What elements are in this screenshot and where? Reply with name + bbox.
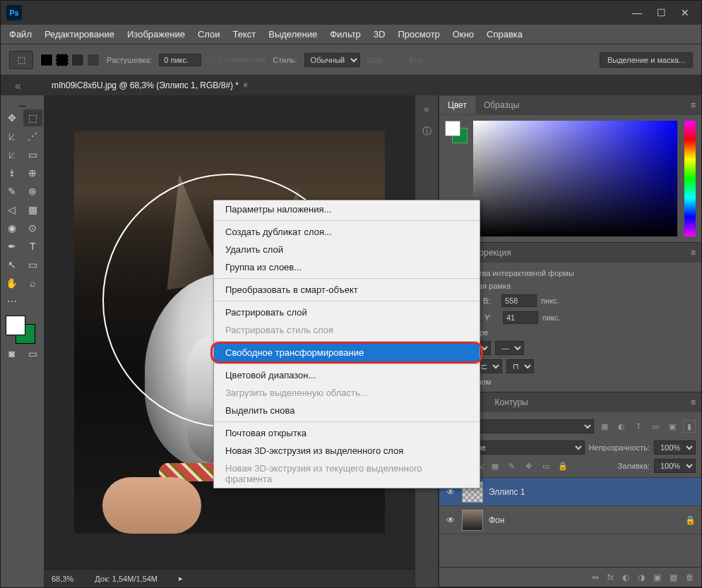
corners-select[interactable]: ⊓	[506, 359, 534, 373]
lock-artboard-icon[interactable]: ▭	[540, 460, 552, 472]
ctx-convert-smart-object[interactable]: Преобразовать в смарт-объект	[214, 281, 480, 299]
stamp-tool[interactable]: ⊛	[23, 183, 43, 200]
group-icon[interactable]: ▣	[653, 572, 661, 582]
info-icon[interactable]: ⓘ	[419, 124, 434, 139]
color-swatches[interactable]	[3, 316, 42, 344]
menu-file[interactable]: Файл	[9, 29, 32, 40]
tool-preset-icon[interactable]: ⬚	[9, 51, 33, 69]
style-select[interactable]: Обычный	[304, 53, 360, 67]
blur-tool[interactable]: ◉	[2, 220, 22, 236]
healing-tool[interactable]: ⊕	[23, 164, 43, 181]
ctx-duplicate-layer[interactable]: Создать дубликат слоя...	[214, 223, 480, 241]
selection-mode-icons[interactable]	[40, 54, 100, 66]
menu-3d[interactable]: 3D	[374, 29, 386, 40]
toolbox-grip[interactable]: ┈	[2, 100, 42, 105]
menu-image[interactable]: Изображение	[127, 29, 185, 40]
marquee-tool[interactable]: ⬚	[23, 109, 43, 126]
layer-item[interactable]: 👁 Фон 🔒	[439, 506, 701, 534]
ctx-delete-layer[interactable]: Удалить слой	[214, 241, 480, 258]
filter-image-icon[interactable]: ▦	[598, 420, 611, 433]
crop-tool[interactable]: ⟀	[2, 146, 22, 163]
menu-window[interactable]: Окно	[453, 29, 474, 40]
zoom-tool[interactable]: ⌕	[23, 275, 43, 292]
history-icon[interactable]: ⟐	[419, 101, 434, 116]
hue-slider[interactable]	[684, 121, 696, 236]
layer-name[interactable]: Фон	[489, 515, 504, 525]
layer-name[interactable]: Эллипс 1	[489, 487, 525, 497]
adjustment-icon[interactable]: ◑	[638, 572, 645, 582]
status-chevron-icon[interactable]: ▸	[179, 574, 183, 583]
lock-icon[interactable]: 🔒	[685, 515, 696, 525]
feather-input[interactable]	[159, 54, 201, 66]
dodge-tool[interactable]: ⊙	[23, 220, 43, 236]
collapse-toolbar-icon[interactable]: «	[15, 80, 26, 91]
filter-adjust-icon[interactable]: ◐	[615, 420, 628, 433]
ctx-postcard[interactable]: Почтовая открытка	[214, 424, 480, 442]
filter-toggle-icon[interactable]: ▮	[683, 420, 696, 433]
edit-toolbar[interactable]: ⋯	[2, 293, 22, 310]
layer-thumb[interactable]	[462, 510, 483, 531]
minimize-button[interactable]: —	[626, 4, 648, 21]
menu-view[interactable]: Просмотр	[398, 29, 439, 40]
move-tool[interactable]: ✥	[2, 109, 22, 126]
menu-select[interactable]: Выделение	[268, 29, 317, 40]
opacity-select[interactable]: 100%	[654, 440, 696, 455]
shape-tool[interactable]: ▭	[23, 256, 43, 273]
panel-menu-icon[interactable]: ≡	[685, 100, 701, 110]
tab-swatches[interactable]: Образцы	[475, 96, 528, 114]
zoom-level[interactable]: 68,3%	[52, 575, 73, 583]
lock-all-icon[interactable]: 🔒	[557, 460, 569, 472]
quick-select-tool[interactable]: ⋰	[23, 128, 43, 145]
frame-tool[interactable]: ▭	[23, 146, 43, 163]
lock-position-icon[interactable]: ✥	[523, 460, 535, 472]
eyedropper-tool[interactable]: ⤈	[2, 164, 22, 181]
menu-help[interactable]: Справка	[487, 29, 523, 40]
fill-select[interactable]: 100%	[654, 459, 696, 473]
gradient-tool[interactable]: ▦	[23, 201, 43, 218]
tab-color[interactable]: Цвет	[439, 96, 475, 114]
panel-menu-icon[interactable]: ≡	[685, 248, 701, 258]
menu-filter[interactable]: Фильтр	[330, 29, 361, 40]
foreground-color[interactable]	[6, 316, 25, 335]
ctx-reselect[interactable]: Выделить снова	[214, 402, 480, 419]
lock-pixels-icon[interactable]: ✎	[506, 460, 518, 472]
panel-menu-icon[interactable]: ≡	[685, 397, 701, 407]
ctx-group-from-layers[interactable]: Группа из слоев...	[214, 258, 480, 276]
new-layer-icon[interactable]: ▦	[670, 572, 677, 582]
brush-tool[interactable]: ✎	[2, 183, 22, 200]
visibility-icon[interactable]: 👁	[445, 515, 456, 525]
width-input[interactable]	[501, 294, 537, 307]
select-and-mask-button[interactable]: Выделение и маска...	[600, 52, 693, 68]
ctx-blending-options[interactable]: Параметры наложения...	[214, 200, 480, 218]
ctx-rasterize-layer[interactable]: Растрировать слой	[214, 304, 480, 321]
ctx-free-transform[interactable]: Свободное трансформирование	[214, 344, 480, 361]
filter-smart-icon[interactable]: ▣	[666, 420, 679, 433]
stroke-style-select[interactable]: —	[495, 341, 524, 355]
quickmask-tool[interactable]: ◙	[2, 345, 22, 362]
path-select-tool[interactable]: ↖	[2, 256, 22, 273]
close-button[interactable]: ✕	[674, 4, 696, 21]
mini-color-swatch[interactable]	[445, 121, 466, 142]
mask-icon[interactable]: ◐	[622, 572, 629, 582]
filter-type-icon[interactable]: T	[632, 420, 645, 433]
maximize-button[interactable]: ☐	[650, 4, 672, 21]
delete-icon[interactable]: 🗑	[686, 572, 694, 582]
tab-paths[interactable]: Контуры	[487, 393, 537, 412]
close-tab-icon[interactable]: ×	[243, 80, 248, 90]
fx-icon[interactable]: fx	[607, 572, 614, 582]
menu-layer[interactable]: Слои	[198, 29, 220, 40]
hand-tool[interactable]: ✋	[2, 275, 22, 292]
lock-transparent-icon[interactable]: ▦	[489, 460, 501, 472]
ctx-color-range[interactable]: Цветовой диапазон...	[214, 366, 480, 384]
menu-edit[interactable]: Редактирование	[44, 29, 114, 40]
menu-type[interactable]: Текст	[233, 29, 256, 40]
ctx-3d-extrusion-layer[interactable]: Новая 3D-экструзия из выделенного слоя	[214, 442, 480, 460]
lasso-tool[interactable]: ⟀	[2, 128, 22, 145]
filter-shape-icon[interactable]: ▭	[649, 420, 662, 433]
pen-tool[interactable]: ✒	[2, 238, 22, 255]
type-tool[interactable]: T	[23, 238, 43, 255]
y-input[interactable]	[503, 311, 538, 324]
screenmode-tool[interactable]: ▭	[23, 345, 43, 362]
eraser-tool[interactable]: ◁	[2, 201, 22, 218]
color-picker[interactable]	[473, 121, 677, 236]
